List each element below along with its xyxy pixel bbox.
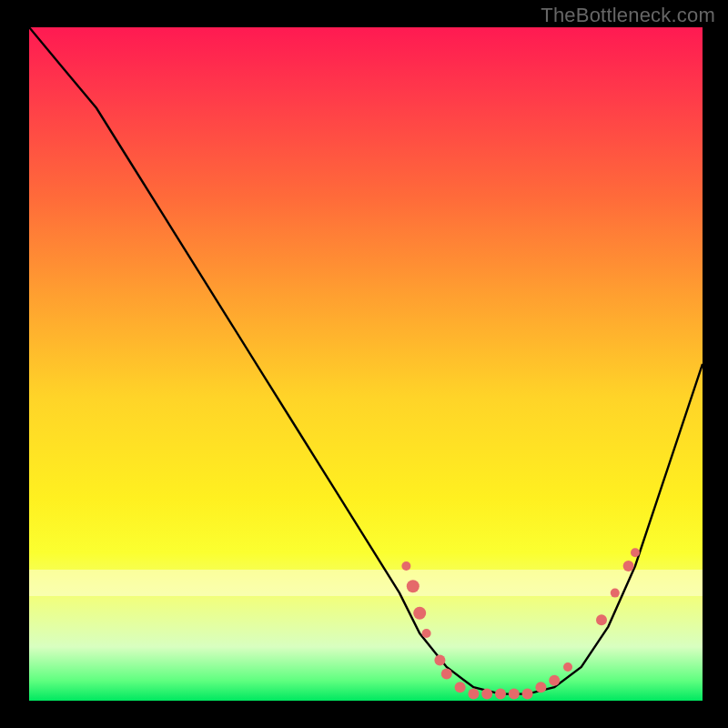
data-marker xyxy=(522,689,533,700)
plot-area xyxy=(29,27,703,701)
data-marker xyxy=(563,662,572,672)
marker-group xyxy=(401,548,640,699)
data-marker xyxy=(596,614,607,625)
data-marker xyxy=(549,675,560,686)
data-marker xyxy=(623,561,634,571)
data-marker xyxy=(434,655,445,666)
data-marker xyxy=(509,689,520,700)
curve-svg xyxy=(29,27,703,701)
data-marker xyxy=(631,548,640,557)
chart-frame: TheBottleneck.com xyxy=(0,0,728,728)
data-marker xyxy=(611,589,620,598)
data-marker xyxy=(422,629,431,638)
data-marker xyxy=(413,607,426,620)
watermark-text: TheBottleneck.com xyxy=(541,4,715,27)
data-marker xyxy=(481,689,492,700)
data-marker xyxy=(401,561,410,571)
data-marker xyxy=(468,689,479,700)
bottleneck-curve xyxy=(29,27,703,694)
data-marker xyxy=(441,668,452,679)
data-marker xyxy=(455,682,466,693)
data-marker xyxy=(495,689,506,700)
data-marker xyxy=(535,682,546,693)
data-marker xyxy=(407,580,420,592)
